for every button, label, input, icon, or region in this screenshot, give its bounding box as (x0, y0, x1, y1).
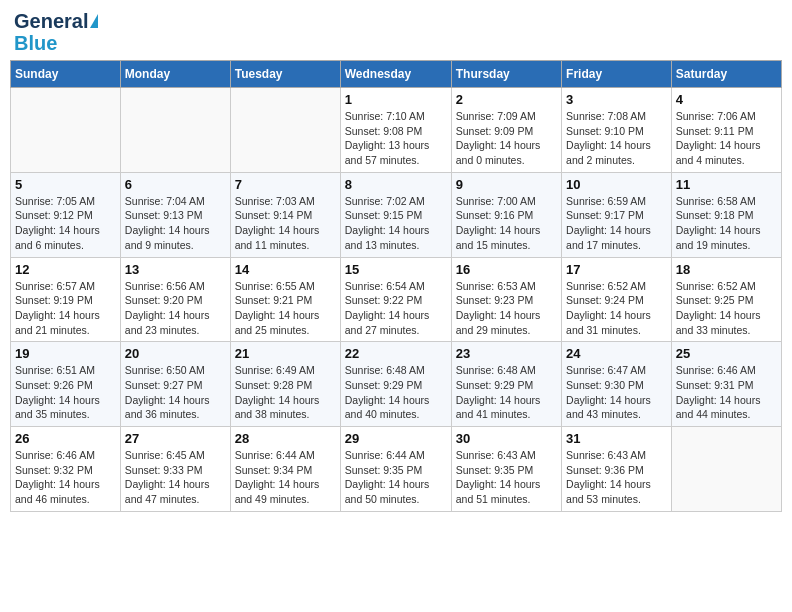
day-number: 31 (566, 431, 667, 446)
day-info: Sunrise: 6:51 AMSunset: 9:26 PMDaylight:… (15, 363, 116, 422)
day-number: 29 (345, 431, 447, 446)
calendar-cell: 28Sunrise: 6:44 AMSunset: 9:34 PMDayligh… (230, 427, 340, 512)
day-number: 4 (676, 92, 777, 107)
day-info: Sunrise: 6:44 AMSunset: 9:35 PMDaylight:… (345, 448, 447, 507)
logo-text-blue: Blue (14, 32, 57, 54)
calendar-cell: 22Sunrise: 6:48 AMSunset: 9:29 PMDayligh… (340, 342, 451, 427)
calendar-cell: 13Sunrise: 6:56 AMSunset: 9:20 PMDayligh… (120, 257, 230, 342)
calendar-header-row: SundayMondayTuesdayWednesdayThursdayFrid… (11, 61, 782, 88)
logo-triangle-icon (90, 14, 98, 28)
calendar-cell: 7Sunrise: 7:03 AMSunset: 9:14 PMDaylight… (230, 172, 340, 257)
day-info: Sunrise: 6:49 AMSunset: 9:28 PMDaylight:… (235, 363, 336, 422)
day-number: 14 (235, 262, 336, 277)
calendar-cell: 19Sunrise: 6:51 AMSunset: 9:26 PMDayligh… (11, 342, 121, 427)
calendar-week-row: 1Sunrise: 7:10 AMSunset: 9:08 PMDaylight… (11, 88, 782, 173)
calendar-body: 1Sunrise: 7:10 AMSunset: 9:08 PMDaylight… (11, 88, 782, 512)
day-info: Sunrise: 7:02 AMSunset: 9:15 PMDaylight:… (345, 194, 447, 253)
day-number: 17 (566, 262, 667, 277)
day-info: Sunrise: 7:09 AMSunset: 9:09 PMDaylight:… (456, 109, 557, 168)
day-number: 28 (235, 431, 336, 446)
calendar-cell: 15Sunrise: 6:54 AMSunset: 9:22 PMDayligh… (340, 257, 451, 342)
calendar-cell: 10Sunrise: 6:59 AMSunset: 9:17 PMDayligh… (562, 172, 672, 257)
day-info: Sunrise: 6:52 AMSunset: 9:24 PMDaylight:… (566, 279, 667, 338)
calendar-header: SundayMondayTuesdayWednesdayThursdayFrid… (11, 61, 782, 88)
logo-text-general: General (14, 10, 88, 32)
day-number: 15 (345, 262, 447, 277)
day-info: Sunrise: 6:46 AMSunset: 9:31 PMDaylight:… (676, 363, 777, 422)
day-number: 7 (235, 177, 336, 192)
calendar-cell (11, 88, 121, 173)
calendar-week-row: 19Sunrise: 6:51 AMSunset: 9:26 PMDayligh… (11, 342, 782, 427)
calendar-cell: 16Sunrise: 6:53 AMSunset: 9:23 PMDayligh… (451, 257, 561, 342)
day-info: Sunrise: 7:04 AMSunset: 9:13 PMDaylight:… (125, 194, 226, 253)
day-info: Sunrise: 6:50 AMSunset: 9:27 PMDaylight:… (125, 363, 226, 422)
day-info: Sunrise: 6:53 AMSunset: 9:23 PMDaylight:… (456, 279, 557, 338)
day-number: 30 (456, 431, 557, 446)
day-info: Sunrise: 6:45 AMSunset: 9:33 PMDaylight:… (125, 448, 226, 507)
calendar-cell: 20Sunrise: 6:50 AMSunset: 9:27 PMDayligh… (120, 342, 230, 427)
day-number: 24 (566, 346, 667, 361)
calendar-cell (230, 88, 340, 173)
logo: General Blue (14, 10, 98, 54)
day-number: 9 (456, 177, 557, 192)
day-number: 1 (345, 92, 447, 107)
day-info: Sunrise: 6:56 AMSunset: 9:20 PMDaylight:… (125, 279, 226, 338)
calendar-day-header: Thursday (451, 61, 561, 88)
calendar-cell: 5Sunrise: 7:05 AMSunset: 9:12 PMDaylight… (11, 172, 121, 257)
page-header: General Blue (10, 10, 782, 54)
day-number: 18 (676, 262, 777, 277)
day-info: Sunrise: 6:44 AMSunset: 9:34 PMDaylight:… (235, 448, 336, 507)
calendar-cell: 17Sunrise: 6:52 AMSunset: 9:24 PMDayligh… (562, 257, 672, 342)
calendar-day-header: Sunday (11, 61, 121, 88)
day-info: Sunrise: 6:57 AMSunset: 9:19 PMDaylight:… (15, 279, 116, 338)
day-number: 21 (235, 346, 336, 361)
day-info: Sunrise: 7:00 AMSunset: 9:16 PMDaylight:… (456, 194, 557, 253)
calendar-cell: 29Sunrise: 6:44 AMSunset: 9:35 PMDayligh… (340, 427, 451, 512)
calendar-cell: 18Sunrise: 6:52 AMSunset: 9:25 PMDayligh… (671, 257, 781, 342)
day-info: Sunrise: 7:06 AMSunset: 9:11 PMDaylight:… (676, 109, 777, 168)
day-number: 16 (456, 262, 557, 277)
day-number: 23 (456, 346, 557, 361)
calendar-week-row: 12Sunrise: 6:57 AMSunset: 9:19 PMDayligh… (11, 257, 782, 342)
day-info: Sunrise: 6:52 AMSunset: 9:25 PMDaylight:… (676, 279, 777, 338)
day-info: Sunrise: 7:03 AMSunset: 9:14 PMDaylight:… (235, 194, 336, 253)
calendar-week-row: 26Sunrise: 6:46 AMSunset: 9:32 PMDayligh… (11, 427, 782, 512)
day-info: Sunrise: 6:48 AMSunset: 9:29 PMDaylight:… (456, 363, 557, 422)
day-info: Sunrise: 6:58 AMSunset: 9:18 PMDaylight:… (676, 194, 777, 253)
calendar-day-header: Saturday (671, 61, 781, 88)
calendar-cell: 12Sunrise: 6:57 AMSunset: 9:19 PMDayligh… (11, 257, 121, 342)
day-info: Sunrise: 6:43 AMSunset: 9:35 PMDaylight:… (456, 448, 557, 507)
day-number: 19 (15, 346, 116, 361)
calendar-cell (120, 88, 230, 173)
day-info: Sunrise: 6:54 AMSunset: 9:22 PMDaylight:… (345, 279, 447, 338)
calendar-cell: 14Sunrise: 6:55 AMSunset: 9:21 PMDayligh… (230, 257, 340, 342)
calendar-cell: 31Sunrise: 6:43 AMSunset: 9:36 PMDayligh… (562, 427, 672, 512)
calendar-cell: 1Sunrise: 7:10 AMSunset: 9:08 PMDaylight… (340, 88, 451, 173)
day-info: Sunrise: 6:55 AMSunset: 9:21 PMDaylight:… (235, 279, 336, 338)
calendar-cell: 23Sunrise: 6:48 AMSunset: 9:29 PMDayligh… (451, 342, 561, 427)
calendar-cell: 30Sunrise: 6:43 AMSunset: 9:35 PMDayligh… (451, 427, 561, 512)
calendar-cell: 3Sunrise: 7:08 AMSunset: 9:10 PMDaylight… (562, 88, 672, 173)
day-number: 3 (566, 92, 667, 107)
day-info: Sunrise: 6:47 AMSunset: 9:30 PMDaylight:… (566, 363, 667, 422)
day-number: 27 (125, 431, 226, 446)
day-number: 10 (566, 177, 667, 192)
calendar-cell: 8Sunrise: 7:02 AMSunset: 9:15 PMDaylight… (340, 172, 451, 257)
calendar-cell: 6Sunrise: 7:04 AMSunset: 9:13 PMDaylight… (120, 172, 230, 257)
day-number: 5 (15, 177, 116, 192)
calendar-week-row: 5Sunrise: 7:05 AMSunset: 9:12 PMDaylight… (11, 172, 782, 257)
day-info: Sunrise: 7:10 AMSunset: 9:08 PMDaylight:… (345, 109, 447, 168)
day-info: Sunrise: 7:08 AMSunset: 9:10 PMDaylight:… (566, 109, 667, 168)
day-info: Sunrise: 6:46 AMSunset: 9:32 PMDaylight:… (15, 448, 116, 507)
day-number: 20 (125, 346, 226, 361)
calendar-cell: 27Sunrise: 6:45 AMSunset: 9:33 PMDayligh… (120, 427, 230, 512)
day-number: 2 (456, 92, 557, 107)
day-number: 22 (345, 346, 447, 361)
calendar-cell: 24Sunrise: 6:47 AMSunset: 9:30 PMDayligh… (562, 342, 672, 427)
calendar-day-header: Tuesday (230, 61, 340, 88)
day-number: 25 (676, 346, 777, 361)
calendar-cell: 26Sunrise: 6:46 AMSunset: 9:32 PMDayligh… (11, 427, 121, 512)
day-number: 6 (125, 177, 226, 192)
day-number: 26 (15, 431, 116, 446)
calendar-day-header: Wednesday (340, 61, 451, 88)
